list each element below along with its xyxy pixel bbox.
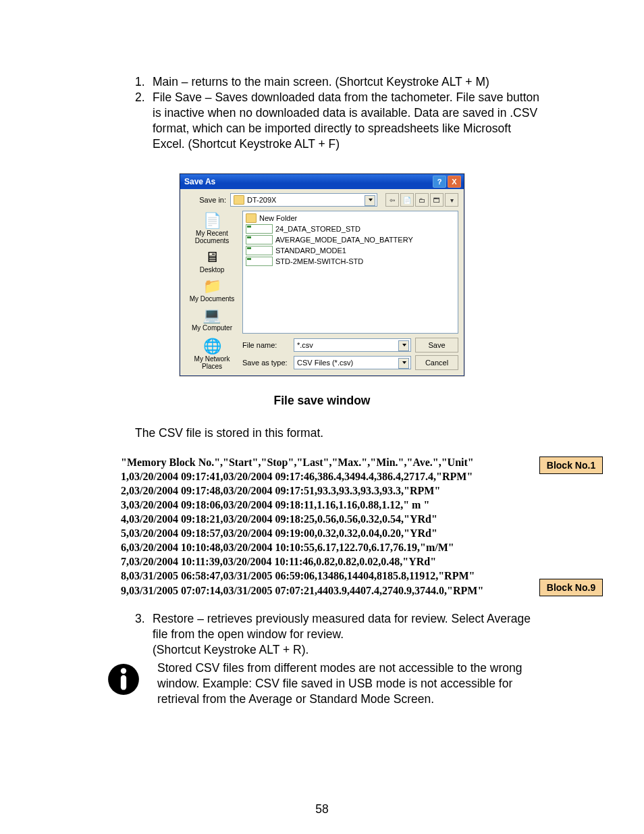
dialog-title: Save As [184,177,215,186]
folder-icon [234,195,244,205]
place-label: My Documents [190,295,235,303]
list-item-2: File Save – Saves downloaded data from t… [153,90,539,152]
csv-row: 2,03/20/2004 09:17:48,03/20/2004 09:17:5… [105,484,539,498]
svg-rect-2 [121,675,126,690]
close-button[interactable]: X [448,176,461,188]
warning-row: Stored CSV files from different modes ar… [105,660,539,707]
file-name-label: File name: [242,341,290,349]
help-button[interactable]: ? [433,176,446,188]
place-mycomputer[interactable]: 💻 My Computer [192,307,232,332]
block-tag-9: Block No.9 [539,579,603,596]
save-in-value: DT-209X [247,196,276,204]
save-button[interactable]: Save [415,338,458,353]
numbered-list-cont: 3. Restore – retrieves previously measur… [105,611,539,658]
save-as-dialog: Save As ? X Save in: DT-209X ⇦ 📄 🗀 🗔 ▾ [180,174,464,376]
file-name: STANDARD_MODE1 [275,246,346,255]
file-name: 24_DATA_STORED_STD [275,225,360,233]
file-name-value: *.csv [297,341,313,349]
recent-docs-icon: 📄 [202,212,222,230]
dialog-titlebar: Save As ? X [180,174,464,189]
chevron-down-icon [369,199,373,201]
csv-format-intro: The CSV file is stored in this format. [105,425,539,441]
figure-caption: File save window [105,394,539,408]
csv-row: 7,03/20/2004 10:11:39,03/20/2004 10:11:4… [105,554,539,569]
place-label: Desktop [200,266,225,273]
list-item-1: Main – returns to the main screen. (Shor… [153,74,539,90]
up-button[interactable]: 📄 [400,193,414,207]
csv-block: Block No.1 Block No.9 "Memory Block No."… [105,455,539,598]
csv-row: 8,03/31/2005 06:58:47,03/31/2005 06:59:0… [105,569,539,583]
list-item[interactable]: 24_DATA_STORED_STD [246,224,455,234]
file-name: New Folder [259,214,297,222]
list-item[interactable]: New Folder [246,213,455,224]
chevron-down-icon [402,361,406,364]
save-as-type-label: Save as type: [242,359,290,367]
list-number-3: 3. [135,611,153,658]
list-item[interactable]: STANDARD_MODE1 [246,245,455,256]
cancel-button[interactable]: Cancel [415,355,458,370]
chevron-down-icon [402,344,406,346]
csv-row: 3,03/20/2004 09:18:06,03/20/2004 09:18:1… [105,498,539,512]
views-button[interactable]: 🗔 [430,193,444,207]
list-item[interactable]: AVERAGE_MODE_DATA_NO_BATTERY [246,234,455,245]
file-name: AVERAGE_MODE_DATA_NO_BATTERY [275,236,413,244]
csv-header: "Memory Block No.","Start","Stop","Last"… [105,455,539,469]
place-desktop[interactable]: 🖥 Desktop [200,249,225,273]
mydocs-icon: 📁 [202,278,222,295]
new-folder-button[interactable]: 🗀 [415,193,429,207]
csv-file-icon [246,235,273,244]
places-bar: 📄 My Recent Documents 🖥 Desktop 📁 My Doc… [186,211,238,334]
save-in-label: Save in: [186,196,226,204]
csv-file-icon [246,257,273,266]
csv-row: 9,03/31/2005 07:07:14,03/31/2005 07:07:2… [105,583,539,598]
csv-row: 6,03/20/2004 10:10:48,03/20/2004 10:10:5… [105,540,539,554]
views-dropdown-button[interactable]: ▾ [445,193,458,207]
list-number-1: 1. [135,74,153,90]
list-number-2: 2. [135,90,153,152]
folder-icon [246,213,257,223]
save-in-combo[interactable]: DT-209X [230,193,377,207]
list-item[interactable]: STD-2MEM-SWITCH-STD [246,256,455,267]
numbered-list: 1. Main – returns to the main screen. (S… [105,74,539,152]
desktop-icon: 🖥 [202,249,222,266]
csv-row: 1,03/20/2004 09:17:41,03/20/2004 09:17:4… [105,469,539,484]
svg-point-1 [121,668,126,673]
warning-icon [105,660,142,707]
place-label: My Computer [192,324,232,332]
warning-text: Stored CSV files from different modes ar… [157,660,539,707]
csv-file-icon [246,246,273,255]
place-label: My Network Places [186,355,238,370]
place-label: My Recent Documents [186,230,238,244]
list-item-3: Restore – retrieves previously measured … [153,611,539,658]
toolbar-buttons: ⇦ 📄 🗀 🗔 ▾ [385,193,458,207]
file-list[interactable]: New Folder 24_DATA_STORED_STD AVERAGE_MO… [242,211,458,334]
block-tag-1: Block No.1 [539,457,603,474]
csv-file-icon [246,224,273,234]
place-recent[interactable]: 📄 My Recent Documents [186,212,238,244]
page-number: 58 [0,802,644,816]
csv-row: 5,03/20/2004 09:18:57,03/20/2004 09:19:0… [105,526,539,540]
network-icon: 🌐 [202,338,222,355]
file-name-field[interactable]: *.csv [294,338,411,352]
csv-row: 4,03/20/2004 09:18:21,03/20/2004 09:18:2… [105,512,539,526]
save-as-type-field[interactable]: CSV Files (*.csv) [294,356,411,369]
place-mydocs[interactable]: 📁 My Documents [190,278,235,303]
back-button[interactable]: ⇦ [385,193,399,207]
mycomputer-icon: 💻 [202,307,222,324]
file-name: STD-2MEM-SWITCH-STD [275,257,363,265]
place-network[interactable]: 🌐 My Network Places [186,338,238,370]
save-as-type-value: CSV Files (*.csv) [297,359,353,367]
